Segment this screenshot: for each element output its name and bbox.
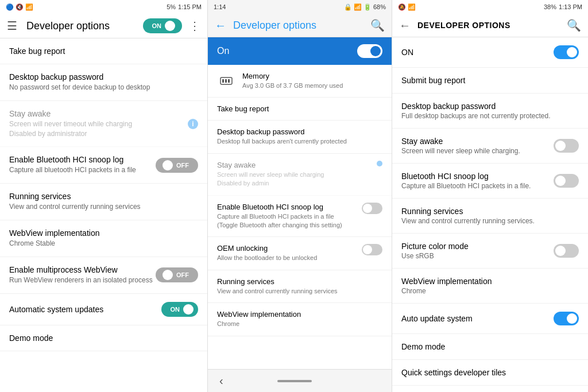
list-item[interactable]: Desktop backup password Full desktop bac… — [392, 94, 588, 129]
item-content: Take bug report — [217, 104, 382, 113]
list-item[interactable]: Running services View and control curren… — [392, 199, 588, 234]
toggle-on-label: ON — [152, 22, 162, 29]
toggle-off[interactable] — [362, 244, 382, 255]
status-icons-left-1: 🔵 🔇 📶 — [6, 3, 33, 11]
battery-1: 5% — [167, 3, 176, 10]
toggle-off[interactable] — [554, 244, 579, 258]
item-title: Enable multiprocess WebView — [9, 265, 153, 274]
item-subtitle: Screen will never timeout while charging… — [9, 119, 132, 139]
toggle-knob — [163, 160, 173, 170]
list-item[interactable]: Memory Avg 3.0 GB of 3.7 GB memory used — [208, 65, 392, 98]
item-title: Enable Bluetooth HCI snoop log — [9, 155, 136, 164]
list-item[interactable]: Take bug report — [0, 38, 207, 64]
list-item[interactable]: Automatic system updates ON — [0, 294, 207, 325]
list-item[interactable]: Enable multiprocess WebView Run WebView … — [0, 257, 207, 294]
toggle-knob — [163, 270, 173, 280]
list-item[interactable]: Stay awake Screen will never sleep while… — [392, 129, 588, 164]
item-title: Memory — [242, 72, 382, 80]
item-content: Enable Bluetooth HCI snoop log Capture a… — [9, 155, 136, 175]
list-item[interactable]: Demo mode — [392, 334, 588, 360]
list-item[interactable]: Enable Bluetooth HCI snoop log Capture a… — [0, 147, 207, 184]
settings-list-2: Memory Avg 3.0 GB of 3.7 GB memory used … — [208, 65, 392, 369]
search-icon[interactable]: 🔍 — [370, 18, 385, 32]
list-item[interactable]: Demo mode — [0, 325, 207, 351]
more-icon[interactable]: ⋮ — [189, 19, 200, 33]
list-item[interactable]: Desktop backup password Desktop full bac… — [208, 121, 392, 153]
nav-bottom: ‹ — [208, 369, 392, 392]
on-text: ON — [401, 48, 413, 57]
item-title: Enable Bluetooth HCI snoop log — [217, 203, 355, 211]
search-icon-3[interactable]: 🔍 — [567, 18, 581, 32]
list-item[interactable]: WebView implementation Chrome Stable — [0, 220, 207, 257]
item-subtitle: Screen will never sleep while charging. — [401, 147, 520, 155]
item-title: WebView implementation — [217, 310, 382, 319]
back-nav-icon[interactable]: ‹ — [219, 374, 223, 387]
on-bar-toggle[interactable] — [357, 44, 382, 58]
item-row: Stay awake Screen will never timeout whi… — [9, 109, 198, 139]
item-subtitle: View and control currently running servi… — [217, 287, 382, 296]
hamburger-icon[interactable]: ☰ — [7, 19, 17, 33]
toggle-off[interactable] — [362, 203, 382, 214]
item-title: Stay awake — [401, 137, 520, 146]
item-title: Auto update system — [401, 314, 473, 323]
list-item[interactable]: Enable Bluetooth HCI snoop log Capture a… — [208, 196, 392, 238]
list-item[interactable]: Picture color mode Use sRGB — [392, 234, 588, 269]
time-3: 1:13 PM — [559, 3, 582, 10]
item-title: Quick settings developer tiles — [401, 368, 579, 377]
item-content: Running services View and control curren… — [217, 277, 382, 296]
item-title: Stay awake — [9, 109, 132, 118]
item-subtitle: Desktop full backups aren't currently pr… — [217, 137, 382, 146]
master-toggle-on-3[interactable] — [554, 45, 579, 59]
list-item[interactable]: Quick settings developer tiles — [392, 360, 588, 386]
item-subtitle: Allow the bootloader to be unlocked — [217, 254, 355, 262]
toggle-off[interactable]: OFF — [156, 158, 198, 173]
list-item[interactable]: OEM unlocking Allow the bootloader to be… — [208, 237, 392, 270]
item-row: Bluetooth HCI snoop log Capture all Blue… — [401, 172, 579, 190]
item-content: Memory Avg 3.0 GB of 3.7 GB memory used — [242, 72, 382, 90]
list-item[interactable]: Auto update system — [392, 304, 588, 334]
toggle-off[interactable]: OFF — [156, 267, 198, 282]
status-icons-right-1: 5% 1:15 PM — [167, 3, 202, 10]
status-icons-right-2: 🔒 📶 🔋 68% — [344, 3, 386, 11]
toggle-off[interactable] — [554, 174, 579, 188]
item-title: Take bug report — [9, 46, 198, 56]
toggle-on[interactable] — [554, 312, 579, 325]
item-title: Running services — [217, 277, 382, 286]
list-item[interactable]: Take bug report — [208, 98, 392, 121]
status-bar-2: 1:14 🔒 📶 🔋 68% — [208, 0, 392, 14]
back-icon-3[interactable]: ← — [399, 19, 411, 32]
toggle-off[interactable] — [554, 139, 579, 153]
item-content: Stay awake Screen will never timeout whi… — [9, 109, 132, 139]
item-title: Bluetooth HCI snoop log — [401, 172, 531, 181]
item-subtitle: Capture all Bluetooth HCI packets in a f… — [401, 182, 531, 190]
item-title: Automatic system updates — [9, 305, 103, 314]
list-item[interactable]: Submit bug report — [392, 68, 588, 94]
list-item[interactable]: Desktop backup password No password set … — [0, 64, 207, 101]
item-title: WebView implementation — [401, 277, 579, 286]
header-title-1: Developer options — [26, 20, 143, 32]
item-title: Stay awake — [217, 161, 370, 169]
header-1: ☰ Developer options ON ⋮ — [0, 14, 207, 38]
list-item[interactable]: WebView implementation Chrome — [208, 303, 392, 336]
item-subtitle: Chrome — [401, 287, 579, 295]
svg-rect-3 — [228, 79, 230, 83]
item-row: Enable multiprocess WebView Run WebView … — [9, 265, 198, 285]
svg-rect-1 — [222, 79, 224, 83]
item-title: Demo mode — [401, 342, 579, 351]
back-icon[interactable]: ← — [215, 19, 226, 32]
item-row: Stay awake Screen will never sleep while… — [401, 137, 579, 155]
header-title-2: Developer options — [233, 20, 370, 32]
list-item[interactable]: Running services View and control curren… — [0, 184, 207, 220]
toggle-on[interactable]: ON — [161, 302, 199, 317]
on-section[interactable]: ON — [392, 37, 588, 68]
list-item[interactable]: WebView implementation Chrome — [392, 269, 588, 304]
list-item: Stay awake Screen will never sleep while… — [208, 154, 392, 196]
battery-3: 38% — [544, 3, 556, 10]
master-toggle-on[interactable]: ON — [143, 18, 183, 33]
nav-pill — [277, 380, 312, 382]
item-subtitle: Use sRGB — [401, 252, 469, 260]
toggle-off-label: OFF — [176, 162, 189, 169]
panel-developer-options-2: 1:14 🔒 📶 🔋 68% ← Developer options 🔍 On … — [208, 0, 392, 392]
list-item[interactable]: Bluetooth HCI snoop log Capture all Blue… — [392, 164, 588, 199]
list-item[interactable]: Running services View and control curren… — [208, 270, 392, 303]
